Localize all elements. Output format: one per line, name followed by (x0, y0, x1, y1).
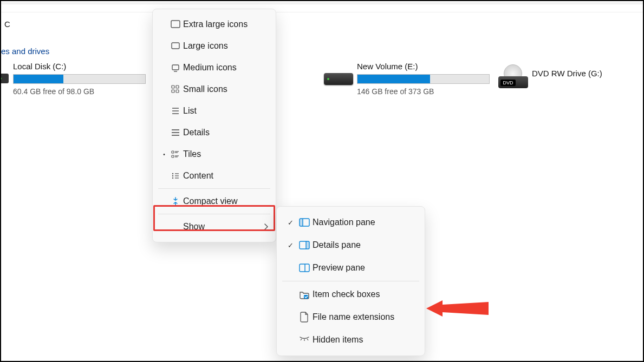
drive-title: New Volume (E:) (357, 62, 490, 71)
svg-rect-2 (172, 65, 179, 70)
section-header-devices: es and drives (1, 47, 49, 56)
drive-space-text: 60.4 GB free of 98.0 GB (13, 87, 146, 96)
drive-dvd-g[interactable]: DVD RW Drive (G:) (532, 69, 602, 81)
svg-rect-6 (172, 90, 174, 93)
menu-item-medium-icons[interactable]: Medium icons (153, 57, 276, 78)
svg-rect-14 (172, 151, 174, 153)
svg-rect-27 (300, 219, 303, 226)
submenu-item-navigation-pane[interactable]: ✓ Navigation pane (277, 211, 425, 234)
checkmark-icon: ✓ (284, 241, 296, 249)
submenu-label: Details pane (313, 240, 361, 250)
drive-title: Local Disk (C:) (13, 62, 146, 71)
file-name-extensions-icon (296, 312, 313, 322)
submenu-label: Hidden items (313, 335, 363, 345)
content-icon (168, 171, 183, 181)
submenu-item-hidden-items[interactable]: Hidden items (277, 328, 425, 351)
menu-separator (158, 214, 270, 214)
breadcrumb-fragment: C (4, 19, 10, 29)
item-check-boxes-icon (296, 289, 313, 299)
menu-label: Content (183, 171, 213, 181)
svg-line-35 (301, 339, 302, 340)
submenu-item-details-pane[interactable]: ✓ Details pane (277, 234, 425, 256)
menu-item-large-icons[interactable]: Large icons (153, 35, 276, 57)
menu-item-tiles[interactable]: • Tiles (153, 143, 276, 165)
svg-rect-34 (304, 295, 308, 299)
details-icon (168, 128, 183, 137)
compact-view-icon (168, 196, 183, 206)
drive-new-volume-e[interactable]: New Volume (E:) 146 GB free of 373 GB (357, 62, 490, 96)
menu-item-details[interactable]: Details (153, 122, 276, 143)
radio-indicator: • (160, 152, 168, 157)
submenu-label: File name extensions (313, 312, 394, 322)
menu-label: Large icons (183, 41, 228, 51)
extra-large-icons-icon (168, 19, 183, 29)
menu-label: Medium icons (183, 63, 237, 73)
menu-item-small-icons[interactable]: Small icons (153, 78, 276, 100)
menu-separator (158, 188, 270, 189)
menu-item-compact-view[interactable]: Compact view (153, 190, 276, 212)
svg-rect-17 (172, 155, 174, 157)
submenu-item-file-name-extensions[interactable]: File name extensions (277, 306, 425, 328)
submenu-label: Navigation pane (313, 218, 375, 227)
list-icon (168, 106, 183, 116)
drive-local-c[interactable]: Local Disk (C:) 60.4 GB free of 98.0 GB (13, 62, 146, 96)
view-context-menu: Extra large icons Large icons Medium ico… (152, 9, 276, 242)
svg-rect-4 (172, 85, 174, 88)
menu-label: Tiles (183, 149, 201, 159)
svg-rect-0 (171, 21, 180, 28)
navigation-pane-icon (296, 218, 313, 227)
submenu-label: Item check boxes (313, 289, 380, 299)
svg-rect-32 (300, 264, 309, 272)
menu-label: List (183, 106, 197, 116)
annotation-arrow (426, 298, 489, 319)
menu-item-show[interactable]: Show (153, 216, 276, 238)
dvd-drive-icon: DVD (498, 64, 528, 91)
svg-rect-30 (306, 241, 309, 249)
svg-point-20 (172, 173, 173, 174)
details-pane-icon (296, 241, 313, 249)
menu-separator (282, 281, 419, 281)
checkmark-icon: ✓ (284, 219, 296, 227)
medium-icons-icon (168, 63, 183, 73)
submenu-label: Preview pane (313, 263, 365, 273)
svg-point-22 (172, 175, 173, 176)
menu-label: Small icons (183, 84, 227, 94)
tiles-icon (168, 149, 183, 159)
menu-item-content[interactable]: Content (153, 165, 276, 187)
menu-item-list[interactable]: List (153, 100, 276, 122)
drive-usage-bar (357, 74, 490, 84)
menu-label: Extra large icons (183, 19, 248, 29)
submenu-item-preview-pane[interactable]: Preview pane (277, 256, 425, 279)
svg-point-24 (172, 177, 173, 179)
drive-space-text: 146 GB free of 373 GB (357, 87, 490, 96)
svg-line-37 (307, 339, 308, 340)
hidden-items-icon (296, 336, 313, 344)
show-submenu: ✓ Navigation pane ✓ Details pane Preview… (276, 206, 425, 356)
menu-label: Show (183, 222, 205, 232)
drive-title: DVD RW Drive (G:) (532, 69, 602, 78)
chevron-right-icon (264, 223, 268, 230)
large-icons-icon (168, 41, 183, 51)
submenu-item-item-check-boxes[interactable]: Item check boxes (277, 283, 425, 306)
svg-marker-38 (426, 300, 489, 317)
menu-label: Details (183, 128, 210, 137)
drive-usage-bar (13, 74, 146, 84)
hard-drive-icon (324, 73, 353, 85)
menu-item-extra-large-icons[interactable]: Extra large icons (153, 14, 276, 35)
menu-label: Compact view (183, 196, 237, 206)
svg-rect-7 (176, 90, 179, 93)
hard-drive-icon (0, 74, 9, 83)
svg-rect-5 (176, 85, 179, 88)
small-icons-icon (168, 84, 183, 94)
preview-pane-icon (296, 264, 313, 272)
svg-rect-1 (172, 43, 179, 49)
